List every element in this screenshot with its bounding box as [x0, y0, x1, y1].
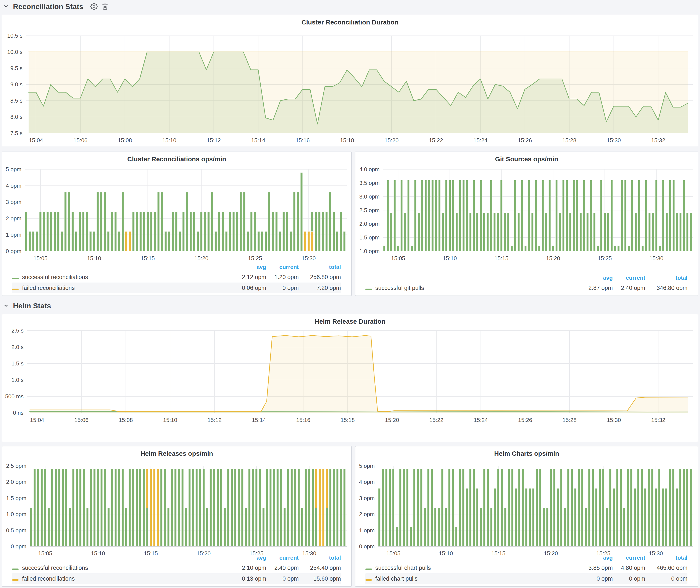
chevron-down-icon[interactable]	[3, 303, 9, 309]
legend-avg: 0.13 opm	[227, 575, 266, 582]
legend: avg current total successful reconciliat…	[12, 262, 341, 293]
legend-label[interactable]: successful reconciliations	[22, 565, 227, 571]
svg-text:5 opm: 5 opm	[359, 463, 375, 469]
chart-canvas-cluster-reconciliation-duration[interactable]: 7.5 s8.0 s8.5 s9.0 s9.5 s10.0 s10.5 s15:…	[2, 15, 698, 146]
svg-text:15:14: 15:14	[251, 137, 265, 144]
legend-total: 465.60 opm	[645, 565, 687, 571]
legend-total: 7.20 opm	[299, 285, 341, 291]
legend-header-avg[interactable]: avg	[227, 554, 266, 561]
svg-text:3 opm: 3 opm	[359, 495, 375, 501]
legend-header-total[interactable]: total	[299, 554, 341, 561]
legend-header-avg[interactable]: avg	[227, 264, 266, 270]
legend-header-current[interactable]: current	[613, 275, 645, 281]
svg-text:15:06: 15:06	[74, 417, 89, 423]
svg-text:8.0 s: 8.0 s	[10, 114, 23, 120]
svg-text:15:20: 15:20	[385, 417, 399, 423]
panel-cluster-reconciliation-duration: Cluster Reconciliation Duration 7.5 s8.0…	[2, 15, 698, 146]
svg-text:3 opm: 3 opm	[6, 199, 21, 205]
legend-avg: 3.85 opm	[574, 565, 613, 571]
series-dash-icon	[12, 569, 19, 570]
svg-text:1.5 s: 1.5 s	[11, 360, 24, 367]
svg-text:15:06: 15:06	[73, 137, 87, 144]
svg-text:15:18: 15:18	[340, 137, 354, 144]
svg-text:15:22: 15:22	[429, 417, 444, 423]
legend-current: 0 opm	[266, 575, 299, 582]
svg-text:15:10: 15:10	[163, 417, 177, 423]
svg-text:9.5 s: 9.5 s	[10, 65, 23, 71]
svg-text:15:32: 15:32	[651, 417, 665, 423]
svg-text:15:22: 15:22	[429, 137, 443, 144]
chart-canvas-helm-release-duration[interactable]: 0 ns500 ms1.0 s1.5 s2.0 s2.5 s15:0415:06…	[2, 314, 698, 442]
svg-text:15:16: 15:16	[296, 417, 310, 423]
gear-icon[interactable]	[90, 3, 98, 10]
chevron-down-icon[interactable]	[3, 3, 9, 10]
svg-text:3.0 opm: 3.0 opm	[359, 193, 380, 200]
legend-label[interactable]: successful reconciliations	[22, 274, 227, 281]
svg-text:15:25: 15:25	[248, 255, 262, 262]
legend-row-failed-reconciliations: failed reconciliations 0.06 opm 0 opm 7.…	[12, 283, 341, 293]
legend-label[interactable]: successful git pulls	[375, 285, 574, 291]
svg-text:15:25: 15:25	[598, 255, 612, 262]
legend-total: 346.80 opm	[645, 285, 687, 291]
svg-text:15:10: 15:10	[443, 255, 457, 262]
series-dash-icon	[365, 289, 372, 290]
svg-text:15:24: 15:24	[473, 137, 487, 144]
legend-row-successful-reconciliations: successful reconciliations 2.12 opm 1.20…	[12, 272, 341, 283]
svg-text:8.5 s: 8.5 s	[10, 97, 23, 104]
legend-total: 0 opm	[645, 575, 687, 582]
svg-text:15:15: 15:15	[494, 255, 508, 262]
svg-text:15:30: 15:30	[302, 255, 316, 262]
legend-header-total[interactable]: total	[299, 264, 341, 270]
legend-row-successful-reconciliations: successful reconciliations 2.10 opm 2.40…	[12, 562, 341, 573]
svg-text:500 ms: 500 ms	[5, 393, 24, 400]
legend-header-row: avg current total	[365, 273, 687, 283]
legend-label[interactable]: failed reconciliations	[22, 575, 227, 582]
grafana-dashboard: Reconciliation Stats Cluster Reconciliat…	[0, 0, 700, 588]
legend-header-total[interactable]: total	[645, 554, 687, 561]
legend-avg: 0 opm	[574, 575, 613, 582]
panel-git-sources-ops: Git Sources ops/min 1.0 opm1.5 opm2.0 op…	[355, 152, 698, 296]
svg-text:4 opm: 4 opm	[359, 479, 375, 485]
legend-current: 4.80 opm	[613, 565, 645, 571]
section-title[interactable]: Reconciliation Stats	[13, 2, 83, 11]
legend-label[interactable]: successful chart pulls	[375, 565, 574, 571]
section-title[interactable]: Helm Stats	[13, 302, 51, 310]
legend-current: 0 opm	[266, 285, 299, 291]
legend-header-current[interactable]: current	[266, 554, 299, 561]
svg-text:15:04: 15:04	[29, 137, 43, 144]
legend-header-current[interactable]: current	[613, 554, 645, 561]
svg-text:0.5 opm: 0.5 opm	[6, 527, 26, 534]
legend-row-failed-chart-pulls: failed chart pulls 0 opm 0 opm 0 opm	[365, 573, 687, 584]
panel-helm-release-duration: Helm Release Duration 0 ns500 ms1.0 s1.5…	[2, 314, 698, 442]
legend-current: 2.40 opm	[613, 285, 645, 291]
legend-label[interactable]: failed reconciliations	[22, 285, 227, 291]
legend-header-current[interactable]: current	[266, 264, 299, 270]
svg-text:5 opm: 5 opm	[6, 166, 21, 173]
svg-text:0 opm: 0 opm	[11, 543, 26, 550]
svg-text:15:10: 15:10	[162, 137, 176, 144]
svg-text:1.5 opm: 1.5 opm	[6, 495, 26, 501]
section-reconciliation-stats: Reconciliation Stats	[3, 1, 108, 12]
svg-text:15:28: 15:28	[563, 417, 577, 423]
svg-text:15:20: 15:20	[546, 255, 560, 262]
panel-cluster-reconciliations-ops: Cluster Reconciliations ops/min 0 opm1 o…	[2, 152, 352, 296]
svg-text:1.5 opm: 1.5 opm	[359, 234, 380, 241]
svg-text:15:12: 15:12	[207, 137, 221, 144]
legend-header-avg[interactable]: avg	[574, 275, 613, 281]
legend-header-avg[interactable]: avg	[574, 554, 613, 561]
legend-header-total[interactable]: total	[645, 275, 687, 281]
legend-avg: 2.10 opm	[227, 565, 266, 571]
legend-current: 1.20 opm	[266, 274, 299, 281]
legend-header-row: avg current total	[12, 262, 341, 272]
svg-text:15:15: 15:15	[141, 255, 155, 262]
svg-text:15:08: 15:08	[119, 417, 133, 423]
svg-text:1.0 opm: 1.0 opm	[6, 511, 26, 517]
svg-text:0 ns: 0 ns	[13, 410, 24, 416]
legend-label[interactable]: failed chart pulls	[375, 575, 574, 582]
svg-text:2 opm: 2 opm	[6, 215, 21, 222]
legend-total: 254.40 opm	[299, 565, 341, 571]
trash-icon[interactable]	[102, 3, 108, 10]
svg-text:10.5 s: 10.5 s	[7, 32, 23, 39]
svg-text:1 opm: 1 opm	[6, 231, 21, 238]
svg-text:15:05: 15:05	[33, 255, 47, 262]
